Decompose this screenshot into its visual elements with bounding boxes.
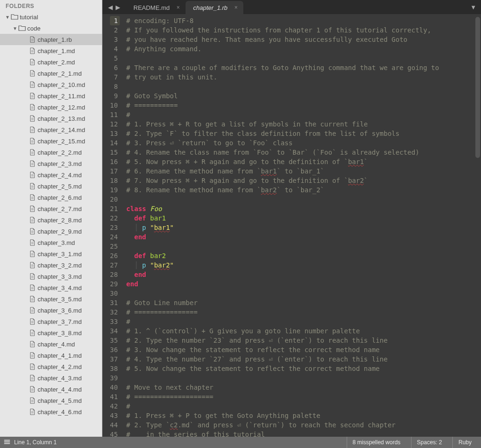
line-number[interactable]: 10 (110, 101, 118, 110)
line-number[interactable]: 45 (110, 430, 118, 437)
code-line[interactable]: # Move to next chapter (126, 383, 474, 392)
code-line[interactable]: end (126, 270, 474, 279)
line-number[interactable]: 31 (110, 298, 118, 307)
file-item[interactable]: chapter_2_5.md (0, 181, 102, 192)
line-number[interactable]: 9 (110, 91, 118, 101)
line-number[interactable]: 18 (110, 176, 118, 185)
file-item[interactable]: chapter_2_13.md (0, 113, 102, 124)
line-number[interactable]: 29 (110, 279, 118, 289)
line-number[interactable]: 8 (110, 82, 118, 91)
file-item[interactable]: chapter_2_4.md (0, 169, 102, 181)
code-line[interactable] (126, 195, 474, 204)
code-line[interactable]: # Goto Line number (126, 298, 474, 307)
line-gutter[interactable]: 1234567891011121314151617181920212223242… (102, 14, 123, 437)
code-line[interactable]: # =========== (126, 101, 474, 110)
code-line[interactable]: def bar1 (126, 213, 474, 223)
line-number[interactable]: 19 (110, 185, 118, 195)
line-number[interactable]: 40 (110, 383, 118, 392)
code-line[interactable]: # 1. ^ (`control`) + G gives you a goto … (126, 326, 474, 336)
file-item[interactable]: chapter_2_9.md (0, 226, 102, 237)
code-line[interactable]: # 4. Type the number `27` and press ⏎ (`… (126, 354, 474, 364)
code-line[interactable]: # encoding: UTF-8 (126, 16, 474, 25)
code-line[interactable]: # 2. Type the number `23` and press ⏎ (`… (126, 336, 474, 345)
line-number[interactable]: 11 (110, 110, 118, 119)
line-number[interactable]: 35 (110, 336, 118, 345)
code-line[interactable]: # try out in this unit. (126, 72, 474, 82)
line-number[interactable]: 15 (110, 148, 118, 157)
code-line[interactable]: # 7. Now press ⌘ + R again and go to the… (126, 176, 474, 185)
file-item[interactable]: chapter_2_2.md (0, 147, 102, 158)
code-line[interactable]: # 5. Now press ⌘ + R again and go to the… (126, 157, 474, 166)
file-item[interactable]: chapter_2_12.md (0, 102, 102, 113)
code-line[interactable]: # 3. Now change the statement to reflect… (126, 345, 474, 354)
file-item[interactable]: chapter_4_3.md (0, 372, 102, 384)
line-number[interactable]: 36 (110, 345, 118, 354)
line-number[interactable]: 16 (110, 157, 118, 166)
code-editor[interactable]: # encoding: UTF-8# If you followed the i… (123, 14, 474, 437)
line-number[interactable]: 34 (110, 326, 118, 336)
line-number[interactable]: 39 (110, 373, 118, 383)
line-number[interactable]: 4 (110, 44, 118, 54)
line-number[interactable]: 44 (110, 420, 118, 430)
nav-forward-icon[interactable]: ▶ (116, 4, 120, 11)
file-item[interactable]: chapter_4_5.md (0, 395, 102, 406)
line-number[interactable]: 30 (110, 289, 118, 298)
code-line[interactable] (126, 373, 474, 383)
code-line[interactable]: # 4. Rename the class name from `Foo` to… (126, 148, 474, 157)
file-item[interactable]: chapter_2_7.md (0, 203, 102, 214)
file-item[interactable]: chapter_2_14.md (0, 124, 102, 135)
code-line[interactable]: # 1. Press ⌘ + R to get a list of symbol… (126, 119, 474, 129)
line-number[interactable]: 38 (110, 364, 118, 373)
code-line[interactable]: # (126, 401, 474, 411)
indentation-status[interactable]: Spaces: 2 (411, 437, 448, 448)
file-item[interactable]: chapter_3_8.md (0, 327, 102, 338)
disclosure-triangle-icon[interactable]: ▼ (12, 26, 18, 31)
line-number[interactable]: 14 (110, 138, 118, 148)
nav-back-icon[interactable]: ◀ (108, 4, 113, 11)
file-item[interactable]: chapter_4.md (0, 338, 102, 350)
line-number[interactable]: 22 (110, 213, 118, 223)
line-number[interactable]: 1 (110, 16, 120, 25)
code-line[interactable]: end (126, 279, 474, 289)
code-line[interactable]: # (126, 110, 474, 119)
line-number[interactable]: 23 (110, 223, 118, 232)
code-line[interactable]: # Goto Symbol (126, 91, 474, 101)
line-number[interactable]: 3 (110, 35, 118, 44)
line-number[interactable]: 17 (110, 166, 118, 176)
close-icon[interactable]: × (175, 5, 181, 10)
code-line[interactable]: # There are a couple of modifiers to Got… (126, 63, 474, 72)
code-line[interactable]: # (126, 317, 474, 326)
line-number[interactable]: 7 (110, 72, 118, 82)
file-item[interactable]: chapter_3_2.md (0, 259, 102, 271)
folder-item[interactable]: ▼code (0, 23, 102, 34)
file-item[interactable]: chapter_2.md (0, 56, 102, 68)
folder-item[interactable]: ▼tutorial (0, 11, 102, 23)
line-number[interactable]: 13 (110, 129, 118, 138)
file-item[interactable]: chapter_4_2.md (0, 361, 102, 372)
line-number[interactable]: 27 (110, 260, 118, 270)
line-number[interactable]: 42 (110, 401, 118, 411)
file-item[interactable]: chapter_2_15.md (0, 135, 102, 147)
code-line[interactable]: # 3. Press ⏎ `return` to go to `Foo` cla… (126, 138, 474, 148)
code-line[interactable] (126, 289, 474, 298)
line-number[interactable]: 5 (110, 54, 118, 63)
line-number[interactable]: 28 (110, 270, 118, 279)
code-line[interactable]: # If you followed the instructions from … (126, 25, 474, 35)
code-line[interactable]: # 8. Rename the method name from `bar2` … (126, 185, 474, 195)
line-number[interactable]: 26 (110, 251, 118, 260)
line-number[interactable]: 24 (110, 232, 118, 242)
code-line[interactable]: end (126, 232, 474, 242)
file-item[interactable]: chapter_2_3.md (0, 158, 102, 169)
code-line[interactable]: class Foo (126, 204, 474, 213)
code-line[interactable]: # 2. Type `c2.md` and press ⏎ (`return`)… (126, 420, 474, 430)
line-number[interactable]: 20 (110, 195, 118, 204)
file-item[interactable]: chapter_3.md (0, 237, 102, 248)
file-item[interactable]: chapter_3_1.md (0, 248, 102, 259)
file-item[interactable]: chapter_3_7.md (0, 316, 102, 327)
code-line[interactable]: # 2. Type `F` to filter the class defini… (126, 129, 474, 138)
line-number[interactable]: 2 (110, 25, 118, 35)
line-number[interactable]: 25 (110, 242, 118, 251)
code-line[interactable]: # you have reached here. That means you … (126, 35, 474, 44)
code-line[interactable]: │ p "bar1" (126, 223, 474, 232)
language-status[interactable]: Ruby (452, 437, 477, 448)
